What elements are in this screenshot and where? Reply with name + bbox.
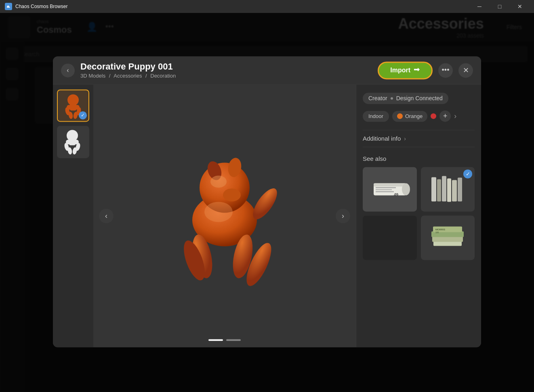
creator-dot bbox=[391, 97, 393, 99]
dog-3d-render bbox=[140, 131, 309, 301]
tags-row: Indoor Orange + › bbox=[363, 110, 475, 122]
creator-badge[interactable]: Creator Design Connected bbox=[363, 93, 448, 104]
see-also-card-2[interactable]: ✓ bbox=[421, 167, 475, 211]
chevron-right-icon: › bbox=[404, 135, 406, 142]
svg-rect-33 bbox=[376, 189, 392, 190]
svg-point-28 bbox=[204, 202, 233, 222]
window-controls: ─ □ ✕ bbox=[470, 0, 529, 13]
back-button[interactable]: ‹ bbox=[61, 63, 75, 77]
svg-point-31 bbox=[402, 183, 410, 195]
see-also-card-3[interactable] bbox=[363, 215, 417, 260]
svg-point-27 bbox=[210, 175, 227, 188]
tag-orange[interactable]: Orange bbox=[392, 111, 427, 122]
main-3d-view: ‹ bbox=[93, 84, 356, 347]
tag-indoor[interactable]: Indoor bbox=[363, 111, 389, 122]
more-icon: ••• bbox=[442, 66, 450, 74]
see-also-title: See also bbox=[363, 155, 475, 162]
svg-rect-39 bbox=[447, 178, 451, 202]
import-button[interactable]: Import ⮕ bbox=[378, 61, 433, 79]
app-icon bbox=[5, 3, 12, 10]
prev-button[interactable]: ‹ bbox=[99, 209, 114, 223]
add-tag-button[interactable]: + bbox=[439, 110, 451, 122]
svg-rect-32 bbox=[376, 187, 396, 188]
tag-scroll-right[interactable]: › bbox=[454, 112, 456, 120]
modal-body: ✓ ‹ bbox=[53, 84, 481, 347]
page-indicators bbox=[208, 339, 241, 341]
svg-rect-41 bbox=[458, 177, 462, 201]
breadcrumb-part3: Decoration bbox=[150, 73, 176, 79]
thumbnail-panel: ✓ bbox=[53, 84, 93, 347]
see-also-section: See also bbox=[363, 155, 475, 260]
svg-rect-34 bbox=[376, 191, 394, 192]
modal-header: ‹ Decorative Puppy 001 3D Models / Acces… bbox=[53, 56, 481, 84]
orange-color-dot bbox=[397, 113, 403, 119]
svg-rect-36 bbox=[431, 177, 436, 201]
title-bar: Chaos Cosmos Browser ─ □ ✕ bbox=[0, 0, 534, 13]
modal-title: Decorative Puppy 001 bbox=[80, 61, 372, 72]
right-panel: Creator Design Connected Indoor Orange +… bbox=[356, 84, 481, 347]
svg-text:49: 49 bbox=[394, 193, 399, 197]
breadcrumb-sep2: / bbox=[145, 73, 147, 79]
see-also-grid: 49 bbox=[363, 167, 475, 260]
svg-rect-38 bbox=[442, 176, 446, 201]
window-title: Chaos Cosmos Browser bbox=[15, 4, 470, 9]
additional-info-text: Additional info bbox=[363, 135, 401, 142]
svg-text:MORRIS: MORRIS bbox=[435, 228, 445, 231]
import-label: Import bbox=[390, 67, 410, 74]
modal-title-area: Decorative Puppy 001 3D Models / Accesso… bbox=[80, 61, 372, 79]
page-dot-1 bbox=[208, 339, 223, 341]
see-also-badge-2: ✓ bbox=[463, 169, 472, 178]
see-also-card-4[interactable]: MORRIS 100 bbox=[421, 215, 475, 260]
breadcrumb-sep1: / bbox=[109, 73, 111, 79]
svg-rect-43 bbox=[432, 236, 463, 242]
additional-info-row[interactable]: Additional info › bbox=[363, 130, 475, 147]
svg-point-23 bbox=[248, 185, 281, 223]
page-dot-2 bbox=[226, 339, 241, 341]
modal-breadcrumb: 3D Models / Accessories / Decoration bbox=[80, 73, 372, 79]
window-close-button[interactable]: ✕ bbox=[511, 0, 529, 13]
import-arrow-icon: ⮕ bbox=[414, 67, 420, 74]
close-icon: ✕ bbox=[463, 66, 469, 75]
svg-rect-4 bbox=[70, 103, 76, 110]
modal-close-button[interactable]: ✕ bbox=[458, 63, 473, 78]
svg-rect-30 bbox=[374, 183, 406, 186]
next-button[interactable]: › bbox=[336, 209, 350, 223]
creator-label: Creator bbox=[368, 95, 387, 101]
minimize-button[interactable]: ─ bbox=[470, 0, 489, 13]
thumbnail-1[interactable]: ✓ bbox=[57, 89, 89, 122]
modal-dialog: ‹ Decorative Puppy 001 3D Models / Acces… bbox=[53, 56, 481, 347]
maximize-button[interactable]: □ bbox=[490, 0, 509, 13]
thumbnail-2[interactable] bbox=[57, 126, 89, 158]
svg-rect-37 bbox=[437, 179, 441, 201]
svg-rect-12 bbox=[69, 138, 76, 145]
see-also-card-1[interactable]: 49 bbox=[363, 167, 417, 211]
tag-red-color-dot[interactable] bbox=[431, 113, 436, 119]
more-options-button[interactable]: ••• bbox=[438, 63, 453, 78]
breadcrumb-part2: Accessories bbox=[114, 73, 142, 79]
svg-rect-40 bbox=[452, 180, 457, 201]
thumb-badge-1: ✓ bbox=[79, 111, 87, 119]
svg-point-24 bbox=[223, 188, 241, 201]
tag-orange-text: Orange bbox=[405, 113, 423, 119]
breadcrumb-part1: 3D Models bbox=[80, 73, 105, 79]
svg-text:100: 100 bbox=[435, 231, 439, 234]
creator-name: Design Connected bbox=[396, 95, 443, 101]
